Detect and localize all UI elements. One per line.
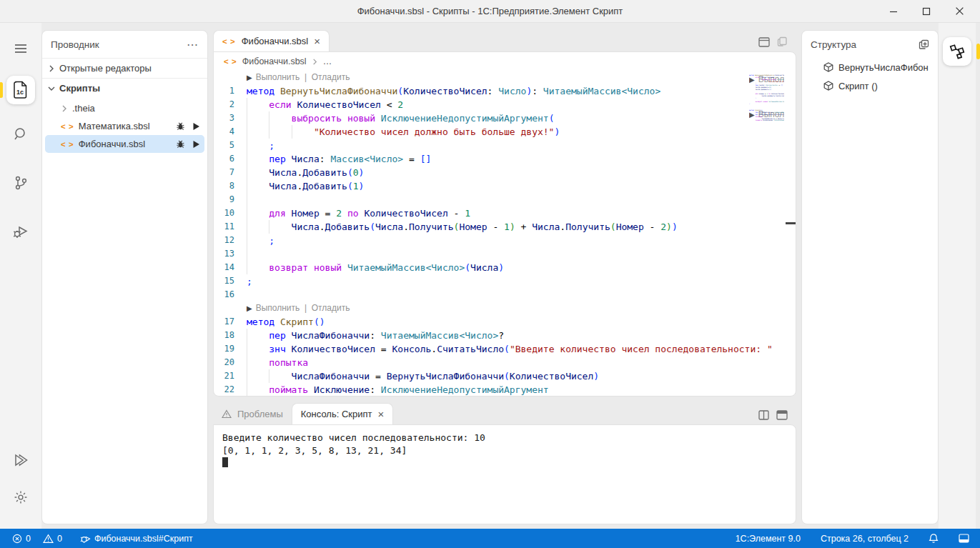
code-line-9[interactable]: 9 bbox=[214, 193, 796, 206]
explorer-more-icon[interactable]: ⋯ bbox=[187, 38, 199, 51]
svg-text:1с: 1с bbox=[16, 89, 24, 96]
activity-bar-left: 1с bbox=[0, 23, 41, 529]
console-cursor bbox=[222, 457, 228, 467]
workspace-section[interactable]: Скрипты bbox=[42, 78, 207, 98]
breadcrumb[interactable]: < > Фибоначчи.sbsl … bbox=[214, 52, 796, 71]
structure-icon bbox=[949, 43, 966, 60]
problems-label: Проблемы bbox=[237, 409, 283, 419]
debug-bug-icon bbox=[176, 139, 185, 149]
breadcrumb-separator bbox=[312, 59, 318, 65]
structure-panel: Структура ВернутьЧислаФибонСкрипт () bbox=[801, 30, 939, 524]
maximize-button[interactable] bbox=[913, 2, 940, 21]
script-file-icon: < > bbox=[224, 57, 237, 66]
file-tree-item--sbsl[interactable]: < >Математика.sbsl bbox=[45, 117, 204, 135]
search-icon[interactable] bbox=[5, 119, 36, 150]
cursor-position[interactable]: Строка 26, столбец 2 bbox=[817, 534, 912, 544]
panel-toggle-icon[interactable] bbox=[955, 534, 973, 543]
code-line-1[interactable]: 1метод ВернутьЧислаФибоначчи(КоличествоЧ… bbox=[214, 84, 796, 98]
panel-layout-icon[interactable] bbox=[776, 410, 788, 420]
structure-item[interactable]: Скрипт () bbox=[802, 76, 938, 95]
explorer-activity-button[interactable]: 1с bbox=[6, 76, 35, 104]
overview-ruler-cursor-mark bbox=[786, 222, 796, 224]
code-editor[interactable]: ▶Выполнить | Отладить1метод ВернутьЧисла… bbox=[214, 71, 796, 396]
structure-header-icon[interactable] bbox=[919, 39, 929, 50]
open-editors-label: Открытые редакторы bbox=[59, 63, 152, 74]
explorer-title: Проводник bbox=[51, 39, 99, 50]
run-script-button[interactable] bbox=[192, 122, 200, 131]
warnings-indicator[interactable]: 0 bbox=[39, 534, 66, 544]
more-editors-icon[interactable] bbox=[777, 36, 788, 47]
code-line-2[interactable]: 2если КоличествоЧисел < 2 bbox=[214, 98, 796, 111]
code-line-22[interactable]: 22поймать Исключение: ИсключениеНедопуст… bbox=[214, 383, 796, 396]
code-line-5[interactable]: 5; bbox=[214, 139, 796, 152]
file-tree-item--sbsl[interactable]: < >Фибоначчи.sbsl bbox=[45, 135, 204, 153]
console-line: [0, 1, 1, 2, 3, 5, 8, 13, 21, 34] bbox=[222, 444, 787, 457]
code-line-20[interactable]: 20попытка bbox=[214, 356, 796, 369]
warnings-count: 0 bbox=[57, 534, 62, 544]
run-script-button[interactable] bbox=[192, 140, 200, 149]
code-line-17[interactable]: 17метод Скрипт() bbox=[214, 315, 796, 329]
warning-icon bbox=[222, 409, 232, 419]
debug-bug-icon bbox=[176, 121, 185, 131]
run-target-label: Фибоначчи.sbsl#Скрипт bbox=[94, 534, 193, 544]
breadcrumb-file: Фибоначчи.sbsl bbox=[242, 56, 307, 66]
code-line-4[interactable]: 4"Количество чисел должно быть больше дв… bbox=[214, 125, 796, 139]
warning-icon bbox=[43, 534, 54, 544]
script-file-icon: < > bbox=[61, 122, 74, 131]
tab-problems[interactable]: Проблемы bbox=[213, 403, 292, 424]
debug-script-button[interactable] bbox=[176, 121, 185, 131]
run-debug-icon[interactable] bbox=[5, 216, 36, 247]
debug-run-icon bbox=[80, 534, 91, 544]
tab-close-icon[interactable]: × bbox=[314, 36, 320, 46]
code-line-3[interactable]: 3выбросить новый ИсключениеНедопустимыйА… bbox=[214, 111, 796, 125]
notifications-bell-icon[interactable] bbox=[925, 533, 942, 544]
tab-console[interactable]: Консоль: Скрипт × bbox=[292, 403, 393, 424]
code-line-18[interactable]: 18пер ЧислаФибоначчи: ЧитаемыйМассив<Чис… bbox=[214, 329, 796, 342]
code-line-15[interactable]: 15; bbox=[214, 274, 796, 288]
tab-fibonacci[interactable]: < > Фибоначчи.sbsl × bbox=[213, 30, 330, 51]
structure-item-label: Скрипт () bbox=[838, 81, 878, 91]
console-tab-close-icon[interactable]: × bbox=[377, 409, 384, 419]
code-line-22: поймать Исключение: ИсключениеНедопустим… bbox=[716, 120, 784, 122]
code-line-8[interactable]: 8Числа.Добавить(1) bbox=[214, 179, 796, 193]
debug-script-button[interactable] bbox=[176, 139, 185, 149]
code-line-13[interactable]: 13 bbox=[214, 247, 796, 261]
file-tree: .theia< >Математика.sbsl< >Фибоначчи.sbs… bbox=[42, 98, 207, 154]
code-line-11[interactable]: 11Числа.Добавить(Числа.Получить(Номер - … bbox=[214, 220, 796, 234]
minimize-button[interactable] bbox=[880, 2, 907, 21]
language-mode[interactable]: 1С:Элемент 9.0 bbox=[732, 534, 804, 544]
codelens-run-debug[interactable]: ▶Выполнить | Отладить bbox=[214, 71, 796, 84]
code-line-19[interactable]: 19знч КоличествоЧисел = Консоль.СчитатьЧ… bbox=[214, 342, 796, 356]
code-line-7[interactable]: 7Числа.Добавить(0) bbox=[214, 166, 796, 179]
errors-indicator[interactable]: 0 bbox=[9, 534, 34, 544]
code-line-16[interactable]: 16 bbox=[214, 288, 796, 302]
script-file-icon: < > bbox=[61, 140, 74, 149]
code-line-14[interactable]: 14возврат новый ЧитаемыйМассив<Число>(Чи… bbox=[214, 261, 796, 274]
run-target[interactable]: Фибоначчи.sbsl#Скрипт bbox=[76, 534, 197, 544]
code-line-21[interactable]: 21ЧислаФибоначчи = ВернутьЧислаФибоначчи… bbox=[214, 369, 796, 383]
breadcrumb-more: … bbox=[323, 56, 332, 66]
codelens-run-debug[interactable]: ▶Выполнить | Отладить bbox=[214, 302, 796, 315]
console-output[interactable]: Введите количество чисел последовательно… bbox=[213, 424, 796, 524]
split-editor-icon[interactable] bbox=[758, 37, 770, 47]
chevron-right-icon bbox=[48, 65, 55, 72]
structure-item[interactable]: ВернутьЧислаФибон bbox=[802, 58, 938, 76]
minimap[interactable]: ▶Выполнить | Отладитьметод ВернутьЧислаФ… bbox=[716, 73, 784, 396]
settings-gear-icon[interactable] bbox=[5, 482, 36, 513]
code-line-6[interactable]: 6пер Числа: Массив<Число> = [] bbox=[214, 152, 796, 166]
code-line-10[interactable]: 10для Номер = 2 по КоличествоЧисел - 1 bbox=[214, 206, 796, 220]
menu-icon[interactable] bbox=[5, 33, 36, 64]
open-editors-section[interactable]: Открытые редакторы bbox=[42, 58, 207, 78]
window-title: Фибоначчи.sbsl - Скрипты - 1С:Предприяти… bbox=[0, 6, 980, 16]
structure-activity-button[interactable] bbox=[943, 37, 971, 66]
source-control-icon[interactable] bbox=[5, 167, 36, 199]
file-tree-item--theia[interactable]: .theia bbox=[45, 99, 204, 117]
file-name: Фибоначчи.sbsl bbox=[79, 139, 145, 149]
status-bar: 0 0 Фибоначчи.sbsl#Скрипт 1С:Элемент 9.0… bbox=[0, 529, 980, 548]
1c-script-file-icon: 1с bbox=[13, 81, 29, 99]
close-button[interactable] bbox=[946, 2, 973, 21]
code-line-12[interactable]: 12; bbox=[214, 234, 796, 247]
run-panel-icon[interactable] bbox=[5, 444, 36, 476]
split-panel-icon[interactable] bbox=[758, 410, 769, 420]
console-line: Введите количество чисел последовательно… bbox=[222, 432, 787, 444]
